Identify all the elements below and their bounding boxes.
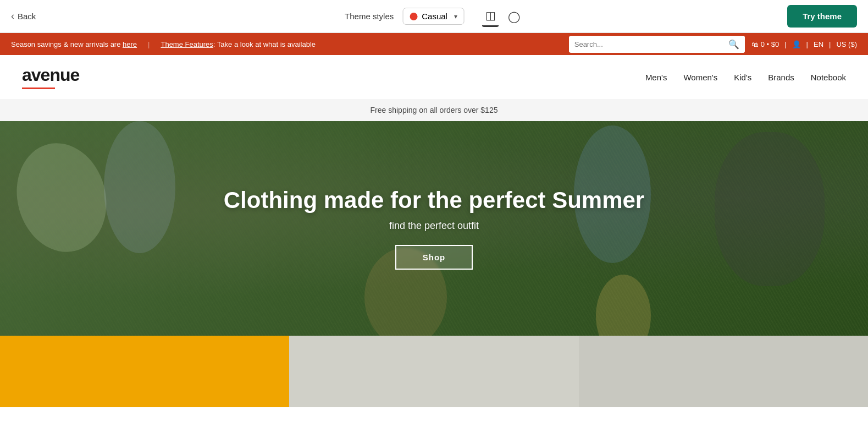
vertical-divider-2: |	[806, 40, 808, 48]
hero-background: Clothing made for the perfect Summer fin…	[0, 121, 868, 336]
toolbar-center: Theme styles Casual ▾ ◫ ◯	[345, 6, 523, 27]
nav-item-kids[interactable]: Kid's	[734, 73, 751, 82]
hero-content: Clothing made for the perfect Summer fin…	[224, 187, 644, 270]
nav-item-brands[interactable]: Brands	[768, 73, 794, 82]
main-header: avenue Men's Women's Kid's Brands Notebo…	[0, 55, 868, 99]
nav-item-notebook[interactable]: Notebook	[811, 73, 846, 82]
back-button[interactable]: ‹ Back	[11, 10, 36, 22]
shipping-text: Free shipping on all orders over $125	[371, 106, 498, 114]
hero-subtitle: find the perfect outfit	[224, 220, 644, 232]
vertical-divider: |	[784, 40, 786, 48]
cart-icon[interactable]: 🛍 0 • $0	[751, 40, 779, 48]
nav-item-mens[interactable]: Men's	[645, 73, 667, 82]
brand-logo[interactable]: avenue	[22, 65, 79, 89]
announcement-text-1: Season savings & new arrivals are here	[11, 40, 137, 48]
vertical-divider-3: |	[829, 40, 831, 48]
below-card-1[interactable]	[0, 336, 289, 407]
hero-section: Clothing made for the perfect Summer fin…	[0, 121, 868, 336]
toolbar: ‹ Back Theme styles Casual ▾ ◫ ◯ Try the…	[0, 0, 868, 33]
currency-selector[interactable]: US ($)	[836, 40, 857, 48]
theme-features-link[interactable]: Theme Features	[161, 40, 213, 48]
below-hero-grid	[0, 336, 868, 407]
person-blob-5	[596, 275, 651, 336]
shipping-bar: Free shipping on all orders over $125	[0, 99, 868, 121]
below-card-3[interactable]	[579, 336, 868, 407]
back-label: Back	[18, 12, 36, 21]
announcement-features: Theme Features: Take a look at what is a…	[161, 40, 316, 48]
nav-item-womens[interactable]: Women's	[683, 73, 717, 82]
person-blob-2	[104, 121, 175, 253]
style-name: Casual	[422, 12, 447, 21]
below-card-2[interactable]	[289, 336, 578, 407]
store-preview: Season savings & new arrivals are here |…	[0, 33, 868, 407]
search-input[interactable]	[569, 37, 723, 52]
chevron-down-icon: ▾	[454, 13, 457, 20]
try-theme-button[interactable]: Try theme	[787, 5, 857, 28]
hero-shop-button[interactable]: Shop	[395, 245, 473, 270]
theme-styles-label: Theme styles	[345, 12, 394, 21]
language-selector[interactable]: EN	[814, 40, 823, 48]
device-icons: ◫ ◯	[482, 6, 523, 27]
main-nav: Men's Women's Kid's Brands Notebook	[645, 73, 846, 82]
grill-blob	[715, 132, 825, 286]
cart-bag-icon: 🛍	[751, 40, 759, 48]
user-icon[interactable]: 👤	[792, 40, 801, 48]
announcement-divider: |	[148, 40, 150, 48]
toolbar-right: Try theme	[787, 5, 857, 28]
style-color-dot	[410, 13, 417, 20]
person-blob-1	[4, 133, 118, 263]
back-chevron-icon: ‹	[11, 10, 14, 22]
header-icons: 🛍 0 • $0 | 👤 | EN | US ($)	[751, 40, 857, 48]
style-dropdown[interactable]: Casual ▾	[402, 8, 465, 25]
search-button[interactable]: 🔍	[723, 36, 745, 53]
announcement-bar: Season savings & new arrivals are here |…	[0, 33, 868, 55]
desktop-view-icon[interactable]: ◫	[482, 6, 499, 27]
mobile-view-icon[interactable]: ◯	[505, 7, 523, 26]
hero-title: Clothing made for the perfect Summer	[224, 187, 644, 214]
announcement-search: 🔍 🛍 0 • $0 | 👤 | EN | US ($)	[569, 36, 857, 53]
search-box: 🔍	[569, 36, 745, 53]
cart-count-price: 0 • $0	[761, 40, 779, 48]
announcement-link-here[interactable]: here	[123, 40, 137, 48]
